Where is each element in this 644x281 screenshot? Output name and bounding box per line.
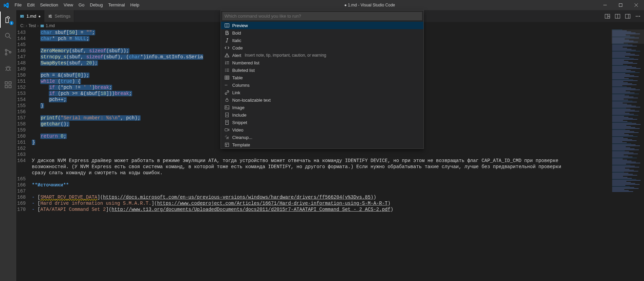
palette-item-label: Numbered list bbox=[232, 60, 259, 65]
svg-point-5 bbox=[6, 67, 10, 71]
menu-terminal[interactable]: Terminal bbox=[105, 0, 127, 10]
markdown-file-icon bbox=[40, 24, 44, 28]
line-number: 156 bbox=[16, 109, 32, 115]
palette-item-label: Cleanup... bbox=[232, 135, 252, 140]
line-number: 169 bbox=[16, 200, 32, 206]
snippet-icon bbox=[224, 120, 230, 125]
settings-icon bbox=[48, 14, 53, 19]
code-line[interactable]: 164У дисков NVM Express драйвер может ра… bbox=[16, 158, 610, 164]
breadcrumb-item[interactable]: C: bbox=[20, 23, 24, 28]
palette-item[interactable]: Code bbox=[221, 44, 423, 52]
svg-rect-0 bbox=[619, 4, 622, 7]
line-number: 157 bbox=[16, 115, 32, 121]
activity-search[interactable] bbox=[0, 28, 16, 44]
activity-source-control[interactable] bbox=[0, 44, 16, 60]
svg-point-22 bbox=[225, 70, 226, 71]
maximize-button[interactable] bbox=[613, 0, 628, 10]
bulleted-list-icon bbox=[224, 68, 230, 73]
line-number: 160 bbox=[16, 133, 32, 139]
palette-item[interactable]: Snippet bbox=[221, 119, 423, 126]
minimize-button[interactable] bbox=[597, 0, 613, 10]
window-title: ● 1.md - Visual Studio Code bbox=[142, 3, 597, 7]
breadcrumb-item[interactable]: Test bbox=[28, 23, 36, 28]
split-editor-icon[interactable] bbox=[615, 14, 620, 19]
numbered-list-icon bbox=[224, 60, 230, 65]
italic-icon bbox=[224, 38, 230, 43]
line-content: while (true) { bbox=[32, 78, 81, 84]
include-icon bbox=[224, 113, 230, 117]
palette-item-description: Insert note, tip, important, caution, or… bbox=[245, 53, 326, 58]
tab-settings[interactable]: Settings bbox=[44, 10, 74, 22]
palette-item[interactable]: Italic bbox=[221, 37, 423, 44]
svg-point-4 bbox=[9, 52, 11, 53]
explorer-badge: 1 bbox=[9, 21, 14, 25]
code-line[interactable]: 166**Источники** bbox=[16, 182, 610, 188]
link-icon bbox=[224, 90, 230, 95]
activity-explorer[interactable]: 1 bbox=[0, 12, 16, 28]
vscode-logo-icon bbox=[0, 2, 12, 8]
line-number: 144 bbox=[16, 36, 32, 42]
code-line[interactable]: возможностей. (У NVM Express есть своя с… bbox=[16, 164, 610, 170]
command-palette-input[interactable] bbox=[222, 12, 422, 20]
palette-item[interactable]: Bulleted list bbox=[221, 66, 423, 74]
minimap-viewport[interactable] bbox=[611, 29, 644, 44]
activity-extensions[interactable] bbox=[0, 77, 16, 93]
menu-selection[interactable]: Selection bbox=[37, 0, 61, 10]
more-actions-icon[interactable] bbox=[635, 14, 641, 19]
palette-item[interactable]: Preview bbox=[221, 22, 423, 29]
svg-rect-9 bbox=[9, 82, 11, 84]
line-number: 161 bbox=[16, 139, 32, 145]
columns-icon bbox=[224, 83, 230, 87]
svg-point-25 bbox=[225, 85, 225, 85]
svg-rect-6 bbox=[5, 82, 7, 84]
line-content: - [Hard drive information using S.M.A.R.… bbox=[32, 200, 391, 206]
palette-item[interactable]: Cleanup... bbox=[221, 134, 423, 141]
line-number: 164 bbox=[16, 158, 32, 164]
menu-view[interactable]: View bbox=[61, 0, 76, 10]
minimap[interactable] bbox=[611, 29, 644, 281]
menu-debug[interactable]: Debug bbox=[87, 0, 105, 10]
code-line[interactable]: 168- [SMART_RCV_DRIVE_DATA](https://docs… bbox=[16, 194, 610, 200]
code-icon bbox=[224, 45, 230, 50]
palette-item[interactable]: Image bbox=[221, 104, 423, 111]
code-line[interactable]: 169- [Hard drive information using S.M.A… bbox=[16, 200, 610, 206]
breadcrumb-item[interactable]: 1.md bbox=[40, 23, 55, 28]
menu-go[interactable]: Go bbox=[76, 0, 87, 10]
code-line[interactable]: 167 bbox=[16, 188, 610, 194]
svg-point-2 bbox=[5, 49, 7, 51]
palette-item[interactable]: Include bbox=[221, 111, 423, 119]
palette-item[interactable]: Numbered list bbox=[221, 59, 423, 66]
line-number: 167 bbox=[16, 188, 32, 194]
activity-debug[interactable] bbox=[0, 60, 16, 77]
palette-item[interactable]: Template bbox=[221, 141, 423, 148]
svg-rect-16 bbox=[625, 14, 630, 18]
tab-1md[interactable]: 1.md ● bbox=[16, 10, 44, 22]
palette-item[interactable]: Video bbox=[221, 126, 423, 134]
menu-help[interactable]: Help bbox=[128, 0, 142, 10]
line-number: 158 bbox=[16, 121, 32, 127]
svg-point-30 bbox=[226, 106, 226, 107]
palette-item[interactable]: AlertInsert note, tip, important, cautio… bbox=[221, 52, 423, 59]
close-button[interactable] bbox=[628, 0, 644, 10]
svg-point-1 bbox=[5, 33, 9, 37]
menu-file[interactable]: File bbox=[12, 0, 24, 10]
palette-item[interactable]: Non-localizable text bbox=[221, 96, 423, 104]
toggle-layout-icon[interactable] bbox=[625, 14, 630, 19]
palette-item[interactable]: Columns bbox=[221, 81, 423, 89]
code-line[interactable]: 163 bbox=[16, 152, 610, 158]
menu-edit[interactable]: Edit bbox=[24, 0, 37, 10]
open-preview-side-icon[interactable] bbox=[605, 14, 610, 19]
code-line[interactable]: 170- [ATA/ATAPI Command Set 2](http://ww… bbox=[16, 206, 610, 213]
palette-item[interactable]: Table bbox=[221, 74, 423, 81]
svg-rect-34 bbox=[225, 143, 229, 147]
line-content: - [SMART_RCV_DRIVE_DATA](https://docs.mi… bbox=[32, 194, 376, 200]
palette-item[interactable]: Bold bbox=[221, 29, 423, 37]
palette-item-label: Code bbox=[232, 45, 243, 51]
code-line[interactable]: 165 bbox=[16, 176, 610, 182]
svg-point-23 bbox=[225, 71, 226, 72]
palette-item[interactable]: Link bbox=[221, 89, 423, 96]
palette-item-label: Table bbox=[232, 75, 243, 80]
svg-rect-29 bbox=[225, 106, 229, 109]
palette-item-label: Video bbox=[232, 127, 244, 133]
code-line[interactable]: сразу слать команду и смотреть на коды о… bbox=[16, 170, 610, 176]
